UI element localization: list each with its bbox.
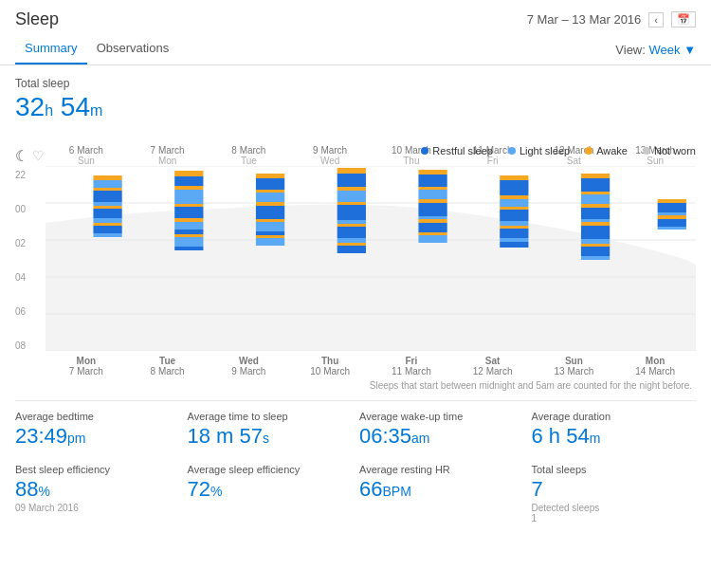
svg-rect-88 bbox=[658, 203, 686, 212]
prev-week-button[interactable]: ‹ bbox=[648, 12, 664, 28]
stat-value-7: 7 bbox=[532, 477, 697, 502]
tabs: Summary Observations bbox=[15, 35, 178, 64]
svg-rect-43 bbox=[337, 191, 366, 202]
svg-rect-19 bbox=[174, 186, 203, 190]
view-chevron-icon[interactable]: ▼ bbox=[684, 43, 696, 57]
app-title: Sleep bbox=[15, 9, 59, 29]
stat-value-3: 6 h 54m bbox=[532, 424, 697, 449]
svg-rect-71 bbox=[500, 229, 528, 238]
total-hours: 32 bbox=[15, 92, 45, 121]
x-label-0: Mon7 March bbox=[46, 356, 127, 377]
stat-value-4: 88% bbox=[15, 477, 180, 502]
svg-rect-50 bbox=[337, 243, 366, 246]
svg-rect-24 bbox=[174, 222, 203, 230]
svg-rect-14 bbox=[93, 223, 121, 226]
svg-rect-60 bbox=[418, 223, 447, 232]
y-label-04: 04 bbox=[15, 272, 46, 283]
x-label-6: Sun13 March bbox=[534, 356, 615, 377]
x-label-4: Fri11 March bbox=[371, 356, 452, 377]
svg-rect-86 bbox=[581, 256, 610, 260]
svg-rect-59 bbox=[418, 219, 447, 223]
stat-total-sleeps: Total sleeps 7 Detected sleeps 1 bbox=[532, 464, 697, 524]
svg-rect-15 bbox=[93, 226, 121, 233]
stat-value-1: 18 m 57s bbox=[188, 424, 353, 449]
top-date-3: 9 MarchWed bbox=[289, 145, 371, 166]
view-label: View: bbox=[615, 43, 646, 57]
svg-rect-25 bbox=[174, 230, 203, 234]
chart-legend: Restful sleep Light sleep Awake Not worn bbox=[421, 145, 696, 156]
svg-rect-72 bbox=[500, 238, 528, 242]
x-label-1: Tue8 March bbox=[127, 356, 209, 377]
svg-rect-83 bbox=[581, 239, 610, 244]
stat-time-to-sleep: Average time to sleep 18 m 57s bbox=[188, 411, 353, 449]
svg-rect-20 bbox=[174, 190, 203, 204]
svg-rect-80 bbox=[581, 219, 610, 222]
stat-label-6: Average resting HR bbox=[359, 464, 524, 475]
calendar-button[interactable]: 📅 bbox=[671, 11, 696, 28]
svg-rect-79 bbox=[581, 208, 610, 219]
svg-rect-10 bbox=[93, 202, 121, 206]
svg-rect-42 bbox=[337, 187, 366, 191]
x-label-5: Sat12 March bbox=[452, 356, 534, 377]
svg-rect-33 bbox=[256, 202, 284, 206]
svg-rect-58 bbox=[418, 216, 447, 219]
svg-rect-64 bbox=[500, 180, 528, 195]
svg-rect-26 bbox=[174, 234, 203, 237]
legend-awake: Awake bbox=[585, 145, 628, 156]
sleep-chart bbox=[46, 166, 696, 351]
moon-icon: ☾ bbox=[15, 147, 28, 165]
svg-rect-27 bbox=[174, 237, 203, 247]
svg-rect-89 bbox=[658, 212, 686, 215]
divider bbox=[15, 400, 696, 401]
svg-rect-78 bbox=[581, 204, 610, 208]
y-label-22: 22 bbox=[15, 170, 46, 180]
svg-rect-70 bbox=[500, 226, 528, 229]
svg-rect-37 bbox=[256, 231, 284, 235]
legend-notworn: Not worn bbox=[643, 145, 696, 156]
y-label-02: 02 bbox=[15, 238, 46, 248]
stats-grid: Average bedtime 23:49pm Average time to … bbox=[15, 411, 696, 524]
header: Sleep 7 Mar – 13 Mar 2016 ‹ 📅 Summary Ob… bbox=[0, 0, 711, 65]
h-unit: h bbox=[45, 102, 53, 119]
view-value[interactable]: Week bbox=[649, 43, 681, 57]
content: Total sleep 32h 54m Restful sleep Light … bbox=[0, 65, 711, 535]
svg-rect-87 bbox=[658, 199, 686, 203]
date-range-text: 7 Mar – 13 Mar 2016 bbox=[527, 12, 642, 27]
svg-rect-38 bbox=[256, 235, 284, 238]
total-minutes: 54 bbox=[61, 92, 90, 121]
legend-light-label: Light sleep bbox=[520, 145, 570, 156]
svg-rect-47 bbox=[337, 224, 366, 227]
top-date-0: 6 MarchSun bbox=[46, 145, 127, 166]
svg-rect-77 bbox=[581, 194, 610, 204]
svg-rect-18 bbox=[174, 176, 203, 186]
svg-rect-68 bbox=[500, 210, 528, 221]
svg-rect-32 bbox=[256, 193, 284, 202]
svg-rect-53 bbox=[418, 175, 447, 187]
stat-value-6: 66BPM bbox=[359, 477, 524, 502]
svg-rect-56 bbox=[418, 199, 447, 203]
svg-rect-6 bbox=[93, 175, 121, 180]
x-label-2: Wed9 March bbox=[209, 356, 290, 377]
svg-rect-16 bbox=[93, 233, 121, 237]
top-date-1: 7 MarchMon bbox=[127, 145, 209, 166]
stat-sub-7: Detected sleeps 1 bbox=[532, 503, 697, 524]
chart-area: Restful sleep Light sleep Awake Not worn bbox=[15, 145, 696, 391]
svg-rect-51 bbox=[337, 246, 366, 253]
svg-rect-73 bbox=[500, 242, 528, 248]
y-label-06: 06 bbox=[15, 306, 46, 317]
svg-rect-49 bbox=[337, 238, 366, 243]
svg-rect-84 bbox=[581, 244, 610, 247]
svg-rect-57 bbox=[418, 203, 447, 216]
svg-rect-30 bbox=[256, 178, 284, 190]
awake-dot bbox=[585, 147, 592, 155]
svg-rect-54 bbox=[418, 187, 447, 190]
stat-label-2: Average wake-up time bbox=[359, 411, 524, 422]
stat-best-efficiency: Best sleep efficiency 88% 09 March 2016 bbox=[15, 464, 180, 524]
stat-label-3: Average duration bbox=[532, 411, 697, 422]
stat-resting-hr: Average resting HR 66BPM bbox=[359, 464, 524, 524]
svg-rect-92 bbox=[658, 227, 686, 230]
view-selector[interactable]: View: Week ▼ bbox=[615, 43, 696, 64]
svg-rect-65 bbox=[500, 195, 528, 199]
tab-summary[interactable]: Summary bbox=[15, 35, 87, 64]
tab-observations[interactable]: Observations bbox=[87, 35, 179, 64]
